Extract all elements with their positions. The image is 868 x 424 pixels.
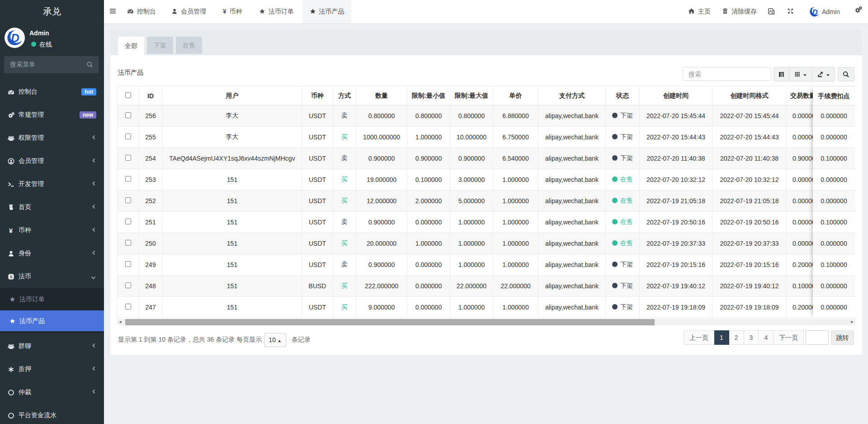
svg-text:D: D [11,31,19,45]
svg-text:S: S [9,275,12,279]
svg-text:A: A [769,9,772,14]
svg-text:D: D [812,8,818,17]
